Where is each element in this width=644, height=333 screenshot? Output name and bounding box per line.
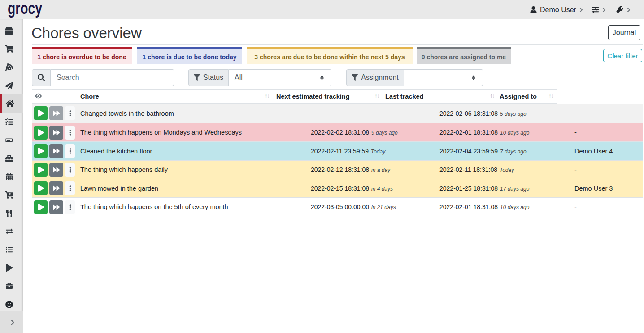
svg-text:grocy: grocy — [8, 0, 42, 18]
